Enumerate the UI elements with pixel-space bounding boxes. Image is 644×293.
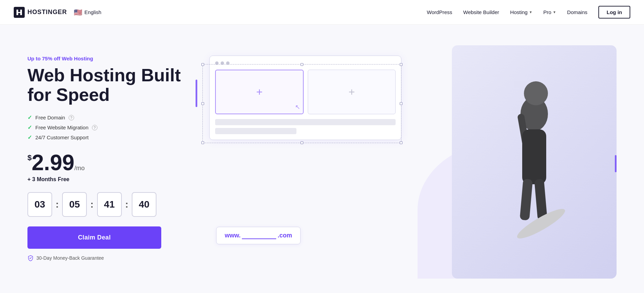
countdown-sep: :	[90, 199, 93, 210]
brand-logo[interactable]: HOSTINGER	[14, 7, 67, 18]
handle-bottom-mid	[301, 141, 303, 144]
shield-icon	[27, 255, 34, 261]
money-back-guarantee: 30-Day Money-Back Guarantee	[27, 255, 196, 261]
brand-name: HOSTINGER	[27, 9, 67, 16]
content-bar-2	[215, 128, 296, 134]
cursor-icon: ↖	[295, 103, 300, 111]
dot-2	[221, 61, 224, 65]
sale-percent: 75%	[42, 56, 52, 61]
pro-dropdown[interactable]: Pro ▼	[543, 9, 556, 15]
price-block: $2.99/mo	[27, 152, 196, 174]
browser-content: + ↖ +	[215, 70, 396, 114]
nav-item-wordpress[interactable]: WordPress	[427, 9, 452, 15]
countdown-sep: :	[56, 199, 59, 210]
svg-rect-6	[534, 179, 547, 221]
vertical-bar-right	[615, 155, 617, 172]
nav-item-domains[interactable]: Domains	[567, 9, 587, 15]
handle-top-left	[201, 63, 204, 66]
claim-deal-button[interactable]: Claim Deal	[27, 226, 161, 249]
hero-right: + ↖ + www. .com	[196, 45, 617, 279]
tooltip-icon[interactable]: ?	[92, 125, 97, 130]
chevron-down-icon: ▼	[553, 10, 556, 14]
feature-label: Free Domain	[35, 115, 65, 120]
browser-dots	[215, 61, 396, 65]
domain-bar: www. .com	[216, 227, 301, 244]
content-bar-1	[215, 119, 396, 125]
surfer-image	[483, 73, 586, 279]
image-placeholder-2: +	[308, 70, 396, 114]
language-label: English	[84, 9, 101, 15]
svg-point-2	[524, 81, 548, 105]
svg-rect-4	[522, 129, 546, 184]
surfer-background	[452, 45, 617, 279]
plus-icon: +	[256, 86, 263, 98]
feature-migration: ✓ Free Website Migration ?	[27, 124, 196, 131]
navbar: HOSTINGER 🇺🇸 English WordPress Website B…	[0, 0, 644, 25]
domain-prefix: www.	[225, 232, 241, 239]
domains-link[interactable]: Domains	[567, 9, 587, 15]
handle-bottom-right	[400, 141, 402, 144]
countdown-seconds: 41	[97, 192, 122, 217]
image-placeholder-1: + ↖	[215, 70, 304, 114]
hosting-dropdown[interactable]: Hosting ▼	[510, 9, 532, 15]
sale-suffix: off Web Hosting	[52, 56, 93, 61]
vertical-bar-left	[196, 80, 197, 107]
feature-domain: ✓ Free Domain ?	[27, 114, 196, 121]
handle-mid-left	[201, 102, 204, 105]
countdown-minutes: 05	[62, 192, 87, 217]
nav-item-pro[interactable]: Pro ▼	[543, 9, 556, 15]
plus-icon-2: +	[349, 86, 355, 98]
nav-links: WordPress Website Builder Hosting ▼ Pro …	[427, 9, 587, 15]
tooltip-icon[interactable]: ?	[69, 115, 74, 120]
chevron-down-icon: ▼	[529, 10, 532, 14]
price-amount: 2.99	[32, 150, 74, 175]
feature-label: 24/7 Customer Support	[35, 134, 89, 140]
check-icon: ✓	[27, 124, 32, 131]
domain-suffix: .com	[278, 232, 292, 239]
hero-left: Up to 75% off Web Hosting Web Hosting Bu…	[27, 45, 196, 261]
nav-item-website-builder[interactable]: Website Builder	[463, 9, 499, 15]
price-dollar: $	[27, 153, 32, 162]
check-icon: ✓	[27, 114, 32, 121]
flag-icon: 🇺🇸	[74, 8, 82, 16]
countdown-sep: :	[125, 199, 128, 210]
dot-3	[226, 61, 230, 65]
domain-input-underline	[242, 232, 276, 239]
nav-item-hosting[interactable]: Hosting ▼	[510, 9, 532, 15]
feature-support: ✓ 24/7 Customer Support	[27, 134, 196, 141]
website-builder-link[interactable]: Website Builder	[463, 9, 499, 15]
money-back-label: 30-Day Money-Back Guarantee	[36, 255, 104, 261]
svg-rect-5	[520, 179, 533, 221]
dot-1	[215, 61, 219, 65]
login-button[interactable]: Log in	[598, 6, 630, 19]
hero-section: Up to 75% off Web Hosting Web Hosting Bu…	[0, 25, 644, 292]
language-selector[interactable]: 🇺🇸 English	[74, 8, 101, 16]
countdown-hours: 03	[27, 192, 52, 217]
months-free: + 3 Months Free	[27, 176, 196, 183]
handle-bottom-left	[201, 141, 204, 144]
check-icon: ✓	[27, 134, 32, 141]
sale-tag: Up to 75% off Web Hosting	[27, 56, 196, 61]
wordpress-link[interactable]: WordPress	[427, 9, 452, 15]
countdown-timer: 03 : 05 : 41 : 40	[27, 192, 196, 217]
countdown-centiseconds: 40	[132, 192, 156, 217]
price-per-month: /mo	[74, 165, 85, 172]
sale-prefix: Up to	[27, 56, 42, 61]
browser-mockup: + ↖ +	[209, 56, 401, 140]
hero-title: Web Hosting Built for Speed	[27, 66, 196, 105]
feature-label: Free Website Migration	[35, 125, 89, 130]
features-list: ✓ Free Domain ? ✓ Free Website Migration…	[27, 114, 196, 141]
